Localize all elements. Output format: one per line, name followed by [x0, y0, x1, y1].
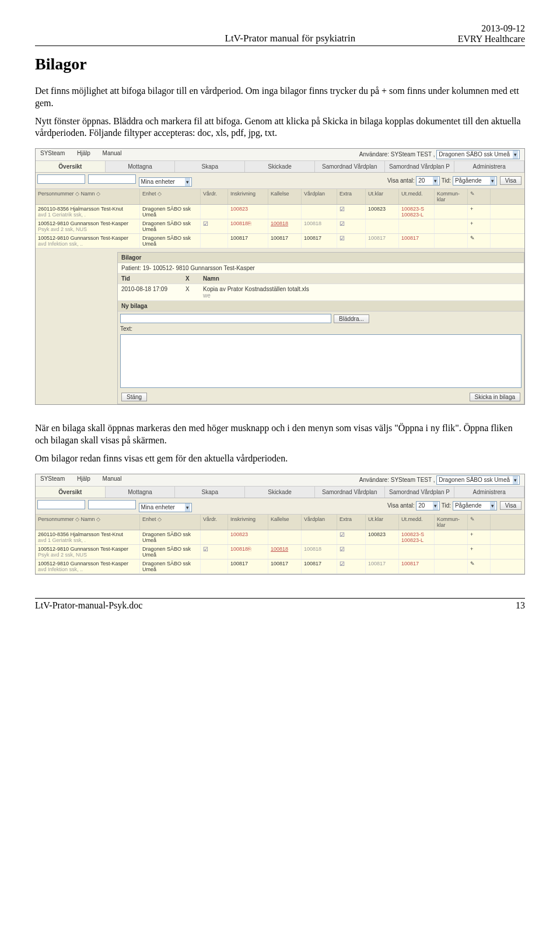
filter-input-2[interactable] — [88, 174, 136, 184]
add-attachment-icon[interactable]: + — [468, 219, 491, 233]
tab-skapa[interactable]: Skapa — [175, 487, 245, 498]
cell-sub: avd Infektion ssk, .. — [38, 566, 83, 572]
th-action: ✎ — [468, 515, 491, 530]
header-title: LtV-Prator manual för psykiatrin — [123, 33, 458, 44]
filter-input-2[interactable] — [88, 500, 136, 509]
table-row[interactable]: 100512-9810 Gunnarsson Test-KasperPsyk a… — [36, 545, 524, 559]
cell-insk: 100823 — [228, 205, 268, 219]
table-row[interactable]: 100512-9810 Gunnarsson Test-Kasperavd In… — [36, 234, 524, 249]
extra-icon[interactable]: ☑ — [337, 205, 366, 219]
cell-kall — [268, 530, 302, 544]
tid-select[interactable]: Pågående — [453, 501, 497, 510]
th-enhet[interactable]: Enhet ◇ — [140, 515, 201, 530]
cell-utklar: 100823 — [366, 530, 399, 544]
menu-help[interactable]: Hjälp — [77, 475, 90, 482]
tab-vardplan-p[interactable]: Samordnad Vårdplan P — [385, 487, 455, 498]
panel-title: Bilagor — [118, 253, 524, 263]
cell-vardr — [201, 559, 228, 573]
attachments-panel: Bilagor Patient: 19- 100512- 9810 Gunnar… — [117, 252, 524, 404]
text-input[interactable] — [120, 334, 522, 388]
cell-insk: 100818 — [230, 546, 248, 552]
footer-filename: LtV-Prator-manual-Psyk.doc — [35, 600, 142, 611]
visa-antal-label: Visa antal: — [387, 177, 415, 184]
cell-insk: 100818 — [230, 221, 248, 226]
filter-input-1[interactable] — [37, 174, 85, 184]
table-row[interactable]: 100512-9810 Gunnarsson Test-Kasperavd In… — [36, 559, 524, 574]
submit-attachment-button[interactable]: Skicka in bilaga — [470, 393, 520, 401]
cell-sub: avd 1 Geriatrik ssk, . — [38, 537, 86, 543]
unit-select[interactable]: Dragonen SÄBO ssk Umeå — [436, 475, 520, 485]
th-person[interactable]: Personnummer ◇ Namn ◇ — [36, 189, 140, 204]
add-attachment-icon[interactable]: + — [468, 530, 491, 544]
tab-skapa[interactable]: Skapa — [175, 161, 245, 172]
cell-utklar: 100817 — [366, 234, 399, 248]
table-head: Personnummer ◇ Namn ◇ Enhet ◇ Vårdr. Ins… — [36, 515, 524, 530]
tab-oversikt[interactable]: Översikt — [36, 161, 106, 172]
mina-enheter-select[interactable]: Mina enheter — [139, 177, 192, 187]
visa-antal-select[interactable]: 20 — [416, 176, 440, 186]
th-vardr: Vårdr. — [201, 515, 228, 530]
add-attachment-icon[interactable]: + — [468, 545, 491, 559]
table-row[interactable]: 100512-9810 Gunnarsson Test-KasperPsyk a… — [36, 219, 524, 234]
cell-vp: 100817 — [302, 234, 337, 248]
cell-kall[interactable]: 100818 — [268, 219, 302, 233]
cell-enhet: Dragonen SÄBO ssk Umeå — [140, 530, 201, 544]
close-button[interactable]: Stäng — [121, 393, 147, 401]
cell-kom — [435, 530, 468, 544]
cell-utmedd — [399, 219, 435, 233]
tab-mottagna[interactable]: Mottagna — [106, 161, 176, 172]
extra-icon[interactable]: ☑ — [337, 559, 366, 573]
table-head: Personnummer ◇ Namn ◇ Enhet ◇ Vårdr. Ins… — [36, 189, 524, 205]
copy-icon: ⎘ — [248, 546, 251, 552]
mina-enheter-select[interactable]: Mina enheter — [139, 503, 192, 512]
header-company: EVRY Healthcare — [458, 34, 525, 44]
th-person[interactable]: Personnummer ◇ Namn ◇ — [36, 515, 140, 530]
cell-vp: 100818 — [302, 545, 337, 559]
paperclip-icon[interactable]: ✎ — [468, 234, 491, 248]
tab-oversikt[interactable]: Översikt — [36, 487, 106, 498]
tid-select[interactable]: Pågående — [453, 176, 497, 186]
paperclip-icon[interactable]: ✎ — [468, 559, 491, 573]
tabs: Översikt Mottagna Skapa Skickade Samordn… — [36, 487, 524, 498]
tab-mottagna[interactable]: Mottagna — [106, 487, 176, 498]
vardr-icon[interactable]: ☑ — [201, 545, 228, 559]
paragraph-3: När en bilaga skall öppnas markeras den … — [35, 422, 525, 447]
cell-kall[interactable]: 100818 — [268, 545, 302, 559]
menu-help[interactable]: Hjälp — [77, 150, 90, 156]
menu-manual[interactable]: Manual — [103, 475, 122, 482]
browse-button[interactable]: Bläddra... — [334, 314, 369, 323]
extra-icon[interactable]: ☑ — [337, 545, 366, 559]
tab-skickade[interactable]: Skickade — [245, 161, 315, 172]
cell-vardr — [201, 530, 228, 544]
section-heading: Bilagor — [35, 55, 525, 74]
th-kallelse: Kallelse — [268, 189, 302, 204]
add-attachment-icon[interactable]: + — [468, 205, 491, 219]
file-sub: we — [203, 292, 309, 299]
vardr-icon[interactable]: ☑ — [201, 219, 228, 233]
extra-icon[interactable]: ☑ — [337, 530, 366, 544]
tab-admin[interactable]: Administrera — [454, 487, 524, 498]
file-path-input[interactable] — [120, 314, 331, 323]
th-enhet[interactable]: Enhet ◇ — [140, 189, 201, 204]
file-name[interactable]: Kopia av Prator Kostnadsställen totalt.x… — [203, 286, 309, 292]
app-name: SYSteam — [40, 475, 65, 482]
cell-utmedd2: 100823-L — [401, 537, 424, 543]
visa-button[interactable]: Visa — [500, 176, 522, 185]
file-tid: 2010-08-18 17:09 — [121, 286, 186, 299]
extra-icon[interactable]: ☑ — [337, 234, 366, 248]
tab-vardplan[interactable]: Samordnad Vårdplan — [315, 161, 385, 172]
visa-antal-select[interactable]: 20 — [416, 501, 440, 510]
extra-icon[interactable]: ☑ — [337, 219, 366, 233]
screenshot-2: SYSteam Hjälp Manual Användare: SYSteam … — [35, 474, 525, 575]
tab-skickade[interactable]: Skickade — [245, 487, 315, 498]
filter-input-1[interactable] — [37, 500, 85, 509]
tab-vardplan-p[interactable]: Samordnad Vårdplan P — [385, 161, 455, 172]
tab-vardplan[interactable]: Samordnad Vårdplan — [315, 487, 385, 498]
file-delete[interactable]: X — [186, 286, 203, 299]
visa-button[interactable]: Visa — [500, 501, 522, 510]
tab-admin[interactable]: Administrera — [454, 161, 524, 172]
unit-select[interactable]: Dragonen SÄBO ssk Umeå — [436, 150, 520, 159]
table-row[interactable]: 260110-8356 Hjalmarsson Test-Knutavd 1 G… — [36, 530, 524, 545]
table-row[interactable]: 260110-8356 Hjalmarsson Test-Knutavd 1 G… — [36, 205, 524, 219]
menu-manual[interactable]: Manual — [103, 150, 122, 156]
